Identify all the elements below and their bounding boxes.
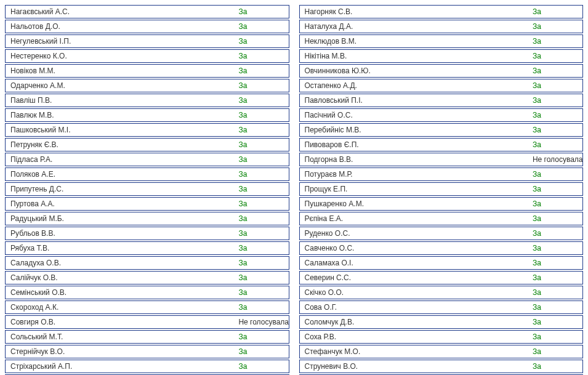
deputy-name: Петруняк Є.В. — [6, 140, 236, 149]
deputy-name: Павловський П.І. — [300, 96, 530, 105]
vote-value: За — [236, 52, 303, 60]
table-row: Семінський О.В.За — [5, 286, 289, 299]
vote-value: За — [236, 259, 303, 267]
vote-value: За — [236, 140, 303, 149]
deputy-name: Пашковський М.І. — [6, 126, 236, 134]
vote-value: Не голосувала — [530, 155, 588, 164]
deputy-name: Нікітіна М.В. — [300, 52, 530, 60]
deputy-name: Рєпіна Е.А. — [300, 214, 530, 223]
vote-value: За — [530, 214, 588, 223]
table-row: Рубльов В.В.За — [5, 227, 289, 240]
vote-value: За — [236, 96, 303, 105]
table-row: Пуртова А.А.За — [5, 197, 289, 211]
deputy-name: Нагорняк С.В. — [300, 7, 530, 16]
table-row: Северин С.С.За — [299, 271, 584, 284]
deputy-name: Стернійчук В.О. — [6, 347, 236, 356]
vote-value: За — [236, 347, 303, 356]
vote-value: За — [236, 67, 303, 75]
vote-value: За — [236, 185, 303, 193]
deputy-name: Стріхарський А.П. — [6, 362, 236, 371]
vote-value: За — [530, 200, 588, 208]
table-row: Одарченко А.М.За — [5, 79, 289, 92]
table-row: Припутень Д.С.За — [5, 182, 289, 196]
deputy-name: Рубльов В.В. — [6, 229, 236, 238]
table-row: Нагорняк С.В.За — [299, 5, 584, 18]
deputy-name: Неклюдов В.М. — [300, 37, 530, 46]
table-row: Подгорна В.В.Не голосувала — [299, 153, 584, 166]
deputy-name: Подгорна В.В. — [300, 155, 530, 164]
deputy-name: Поляков А.Е. — [6, 170, 236, 179]
vote-value: За — [530, 140, 588, 149]
table-row: Перебийніс М.В.За — [299, 123, 584, 137]
vote-value: За — [530, 318, 588, 326]
deputy-name: Скічко О.О. — [300, 288, 530, 297]
table-row: Скічко О.О.За — [299, 286, 584, 299]
deputy-name: Одарченко А.М. — [6, 81, 236, 90]
deputy-name: Павлюк М.В. — [6, 111, 236, 119]
table-row: Соха Р.В.За — [299, 330, 584, 344]
deputy-name: Нальотов Д.О. — [6, 22, 236, 31]
table-row: Павлюк М.В.За — [5, 108, 289, 122]
vote-value: За — [236, 273, 303, 282]
table-row: Потураєв М.Р.За — [299, 167, 584, 181]
table-row: Пасічний О.С.За — [299, 108, 584, 122]
deputy-name: Перебийніс М.В. — [300, 126, 530, 134]
deputy-name: Соломчук Д.В. — [300, 318, 530, 326]
table-row: Стріхарський А.П.За — [5, 360, 289, 373]
deputy-name: Потураєв М.Р. — [300, 170, 530, 179]
left-column: Нагаєвський А.С.ЗаНальотов Д.О.ЗаНегулев… — [5, 5, 289, 375]
table-row: Струневич В.О.За — [299, 360, 584, 373]
deputy-name: Стефанчук М.О. — [300, 347, 530, 356]
deputy-name: Струневич В.О. — [300, 362, 530, 371]
deputy-name: Наталуха Д.А. — [300, 22, 530, 31]
vote-value: За — [236, 126, 303, 134]
vote-value: За — [236, 7, 303, 16]
deputy-name: Овчинникова Ю.Ю. — [300, 67, 530, 75]
deputy-name: Остапенко А.Д. — [300, 81, 530, 90]
table-row: Нікітіна М.В.За — [299, 49, 584, 63]
vote-value: За — [530, 185, 588, 193]
vote-value: За — [236, 22, 303, 31]
vote-value: За — [530, 273, 588, 282]
table-row: Пушкаренко А.М.За — [299, 197, 584, 211]
table-row: Рябуха Т.В.За — [5, 241, 289, 255]
table-row: Стернійчук В.О.За — [5, 345, 289, 358]
vote-value: За — [530, 111, 588, 119]
deputy-name: Рябуха Т.В. — [6, 244, 236, 252]
deputy-name: Пасічний О.С. — [300, 111, 530, 119]
vote-value: За — [236, 214, 303, 223]
table-row: Пашковський М.І.За — [5, 123, 289, 137]
table-row: Павловський П.І.За — [299, 94, 584, 107]
table-row: Павліш П.В.За — [5, 94, 289, 107]
vote-value: За — [236, 333, 303, 341]
vote-value: За — [530, 7, 588, 16]
vote-value: За — [530, 303, 588, 312]
vote-value: За — [530, 37, 588, 46]
deputy-name: Припутень Д.С. — [6, 185, 236, 193]
deputy-name: Савченко О.С. — [300, 244, 530, 252]
deputy-name: Совгиря О.В. — [6, 318, 236, 326]
deputy-name: Нагаєвський А.С. — [6, 7, 236, 16]
table-row: Скороход А.К.За — [5, 300, 289, 314]
deputy-name: Новіков М.М. — [6, 67, 236, 75]
table-row: Прощук Е.П.За — [299, 182, 584, 196]
deputy-name: Руденко О.С. — [300, 229, 530, 238]
table-row: Поляков А.Е.За — [5, 167, 289, 181]
deputy-name: Пивоваров Є.П. — [300, 140, 530, 149]
deputy-name: Радуцький М.Б. — [6, 214, 236, 223]
vote-value: За — [236, 170, 303, 179]
table-row: Радуцький М.Б.За — [5, 212, 289, 225]
table-row: Сова О.Г.За — [299, 300, 584, 314]
table-row: Савченко О.С.За — [299, 241, 584, 255]
deputy-name: Пуртова А.А. — [6, 200, 236, 208]
deputy-name: Саладуха О.В. — [6, 259, 236, 267]
table-row: Нагаєвський А.С.За — [5, 5, 289, 18]
right-column: Нагорняк С.В.ЗаНаталуха Д.А.ЗаНеклюдов В… — [299, 5, 584, 375]
vote-value: За — [236, 288, 303, 297]
vote-value: За — [530, 333, 588, 341]
deputy-name: Семінський О.В. — [6, 288, 236, 297]
vote-value: За — [530, 22, 588, 31]
table-row: Підласа Р.А.За — [5, 153, 289, 166]
deputy-name: Скороход А.К. — [6, 303, 236, 312]
vote-value: За — [530, 67, 588, 75]
